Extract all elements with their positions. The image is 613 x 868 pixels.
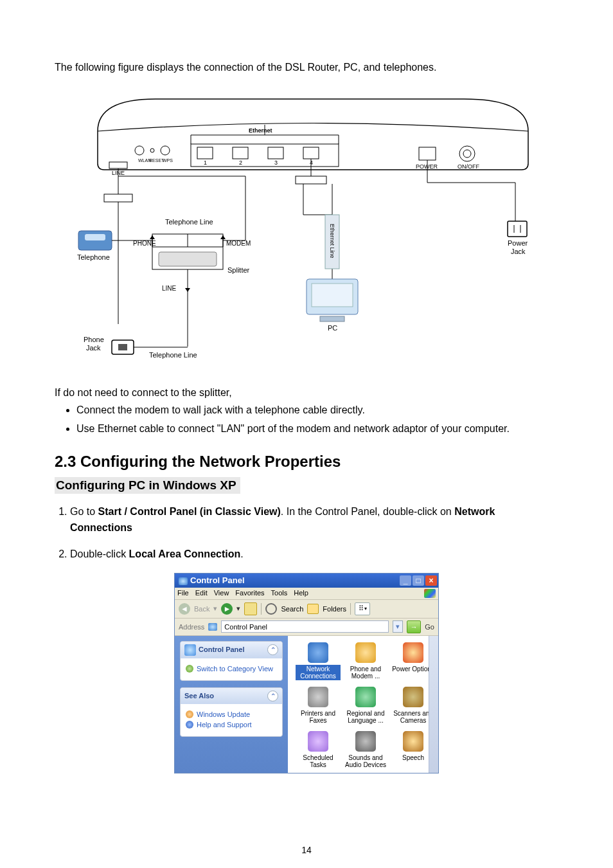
up-button-icon[interactable]: [244, 602, 257, 615]
eth-port-2: 2: [239, 159, 242, 166]
subsection-heading: Configuring PC in Windows XP: [55, 477, 240, 494]
menu-tools[interactable]: Tools: [271, 589, 288, 598]
switch-view-icon: [186, 665, 193, 673]
no-splitter-note: If do not need to connect to the splitte…: [55, 387, 558, 399]
address-input[interactable]: [221, 620, 389, 633]
label-power-jack-2: Jack: [511, 248, 526, 255]
label-ethernet-header: Ethernet: [249, 127, 272, 134]
cp-item-label: Network Connections: [296, 665, 341, 680]
intro-text: The following figure displays the connec…: [55, 62, 558, 73]
svg-rect-32: [159, 252, 217, 266]
label-line: LINE: [162, 285, 177, 292]
page-number: 14: [0, 845, 613, 855]
label-power-jack-1: Power: [508, 239, 528, 247]
cp-item-icon: [308, 731, 328, 752]
folders-icon[interactable]: [307, 604, 319, 614]
cp-item-label: Printers and Faxes: [296, 709, 341, 725]
label-modem-port: MODEM: [226, 240, 251, 247]
cp-item-7[interactable]: Sounds and Audio Devices: [343, 731, 388, 769]
control-panel-window: Control Panel _ □ × File Edit View Favor…: [174, 573, 439, 773]
sidebar: Control Panel ⌃ Switch to Category View …: [175, 636, 288, 773]
control-panel-title-icon: [179, 577, 188, 585]
forward-button-icon[interactable]: ►: [221, 603, 233, 615]
cp-item-5[interactable]: Scanners and Cameras: [391, 687, 436, 725]
bullet-1: Connect the modem to wall jack with a te…: [76, 402, 558, 417]
step2-bold-1: Local Area Connection: [129, 548, 241, 559]
back-button-icon[interactable]: ◄: [179, 603, 190, 615]
label-phone-jack-1: Phone: [84, 336, 104, 343]
menu-file[interactable]: File: [177, 589, 189, 598]
search-button-label[interactable]: Search: [281, 605, 303, 613]
cp-item-label: Power Options: [391, 665, 436, 673]
cp-item-label: Sounds and Audio Devices: [343, 754, 388, 769]
cp-item-label: Speech: [401, 754, 425, 762]
menu-favorites[interactable]: Favorites: [235, 589, 264, 598]
toolbar: ◄ Back ▾ ► ▾ Search Folders ⠿▾: [175, 600, 438, 619]
cp-item-3[interactable]: Printers and Faxes: [296, 687, 341, 725]
cp-item-icon: [308, 687, 328, 707]
link-switch-category-view[interactable]: Switch to Category View: [186, 665, 277, 673]
window-titlebar: Control Panel _ □ ×: [175, 574, 438, 588]
search-icon[interactable]: [265, 603, 277, 615]
cp-item-1[interactable]: Phone and Modem ...: [343, 642, 388, 680]
cp-item-2[interactable]: Power Options: [391, 642, 436, 680]
windows-update-icon: [186, 710, 193, 718]
control-panel-icon: [184, 644, 196, 656]
svg-marker-28: [220, 235, 226, 239]
svg-rect-51: [508, 221, 527, 237]
cp-item-icon: [403, 731, 423, 752]
sidebar-card2-title: See Also: [184, 692, 214, 700]
label-telephone-line2: Telephone Line: [149, 351, 197, 359]
eth-port-3: 3: [274, 159, 278, 166]
menu-edit[interactable]: Edit: [195, 589, 208, 598]
go-button-icon[interactable]: →: [407, 620, 421, 633]
label-phone-jack-2: Jack: [86, 344, 101, 352]
step-2: Double-click Local Area Connection.: [70, 547, 558, 563]
cp-item-icon: [403, 642, 423, 663]
step1-bold-1: Start / Control Panel (in Classic View): [98, 506, 281, 517]
cp-item-4[interactable]: Regional and Language ...: [343, 687, 388, 725]
cp-item-label: Phone and Modem ...: [343, 665, 388, 680]
scroll-up-icon[interactable]: ▴: [429, 636, 438, 645]
windows-logo-icon: [424, 589, 436, 598]
views-button[interactable]: ⠿▾: [355, 602, 370, 615]
menu-view[interactable]: View: [214, 589, 229, 598]
eth-port-4: 4: [310, 159, 313, 166]
collapse-icon-2[interactable]: ⌃: [267, 691, 278, 701]
folders-button-label[interactable]: Folders: [323, 605, 346, 613]
svg-rect-17: [104, 194, 132, 202]
eth-port-1: 1: [204, 159, 207, 166]
cp-item-8[interactable]: Speech: [391, 731, 436, 769]
cp-item-0[interactable]: Network Connections: [296, 642, 341, 680]
go-button-label[interactable]: Go: [425, 623, 434, 631]
cp-item-6[interactable]: Scheduled Tasks: [296, 731, 341, 769]
collapse-icon[interactable]: ⌃: [267, 644, 278, 655]
cp-item-icon: [355, 731, 376, 752]
svg-rect-37: [118, 344, 127, 350]
maximize-button[interactable]: □: [413, 575, 424, 586]
menu-bar: File Edit View Favorites Tools Help: [175, 588, 438, 600]
cp-item-label: Scanners and Cameras: [391, 709, 436, 725]
address-bar: Address ▾ → Go: [175, 619, 438, 636]
section-heading: 2.3 Configuring the Network Properties: [55, 453, 558, 471]
minimize-button[interactable]: _: [400, 575, 411, 586]
back-button-label[interactable]: Back: [194, 605, 209, 613]
sidebar-card-control-panel: Control Panel ⌃ Switch to Category View: [180, 641, 283, 681]
label-splitter: Splitter: [227, 266, 250, 274]
scroll-down-icon[interactable]: ▾: [429, 764, 438, 773]
cp-item-icon: [308, 642, 328, 663]
bullet-2: Use Ethernet cable to connect "LAN" port…: [76, 421, 558, 436]
label-power: POWER: [416, 163, 438, 170]
link-windows-update[interactable]: Windows Update: [186, 710, 277, 718]
label-onoff: ON/OFF: [458, 163, 479, 170]
svg-marker-34: [185, 288, 190, 292]
svg-rect-47: [320, 316, 344, 321]
window-title: Control Panel: [190, 575, 245, 585]
close-button[interactable]: ×: [425, 575, 437, 586]
cp-item-label: Regional and Language ...: [343, 709, 388, 725]
address-dropdown-icon[interactable]: ▾: [393, 620, 403, 633]
label-telephone: Telephone: [77, 253, 110, 261]
label-pc: PC: [328, 324, 337, 332]
menu-help[interactable]: Help: [294, 589, 308, 598]
link-help-support[interactable]: Help and Support: [186, 721, 277, 728]
